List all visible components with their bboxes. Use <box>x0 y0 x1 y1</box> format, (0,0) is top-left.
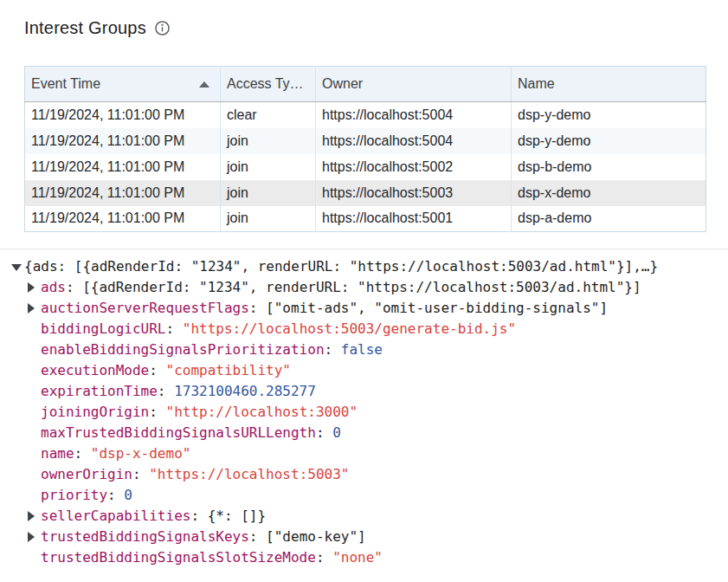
cell-access-type: join <box>221 206 316 232</box>
token-property: priority <box>41 487 107 503</box>
column-header-label: Access Ty… <box>227 76 304 91</box>
cell-event-time: 11/19/2024, 11:01:00 PM <box>25 102 221 128</box>
token-default: : ["omit-ads", "omit-user-bidding-signal… <box>249 300 608 316</box>
collapse-triangle-icon[interactable] <box>11 264 22 271</box>
tree-line[interactable]: priority: 0 <box>0 485 728 506</box>
table-row[interactable]: 11/19/2024, 11:01:00 PMclearhttps://loca… <box>25 102 706 128</box>
interest-groups-grid: Event TimeAccess Ty…OwnerName 11/19/2024… <box>24 66 705 232</box>
token-default: : <box>149 404 165 420</box>
table-header-row: Event TimeAccess Ty…OwnerName <box>25 67 706 102</box>
token-property: biddingLogicURL <box>41 320 166 337</box>
token-string: "http://localhost:3000" <box>166 404 358 420</box>
cell-owner: https://localhost:5004 <box>316 128 512 154</box>
expand-triangle-icon[interactable] <box>28 511 35 521</box>
token-string: "https://localhost:5003" <box>149 466 349 482</box>
token-string: "none" <box>332 549 383 566</box>
token-property: auctionServerRequestFlags <box>41 300 249 316</box>
column-header-label: Name <box>518 76 555 91</box>
cell-event-time: 11/19/2024, 11:01:00 PM <box>25 128 221 154</box>
token-default: {ads: [{adRenderId: "1234", renderURL: "… <box>24 258 658 275</box>
tree-line[interactable]: enableBiddingSignalsPrioritization: fals… <box>0 340 728 360</box>
token-number: 0 <box>124 487 132 503</box>
tree-line[interactable]: joiningOrigin: "http://localhost:3000" <box>0 402 728 423</box>
cell-name: dsp-y-demo <box>512 128 706 154</box>
column-header-label: Owner <box>322 76 363 91</box>
token-default: : <box>166 320 183 337</box>
cell-owner: https://localhost:5003 <box>316 180 512 206</box>
token-property: trustedBiddingSignalsKeys <box>41 528 249 545</box>
token-default: : <box>316 549 332 566</box>
token-property: name <box>41 445 74 462</box>
events-table: Event TimeAccess Ty…OwnerName 11/19/2024… <box>24 66 706 232</box>
expand-triangle-icon[interactable] <box>28 282 35 293</box>
cell-access-type: clear <box>221 102 316 128</box>
cell-owner: https://localhost:5004 <box>316 102 512 128</box>
column-header-event-time[interactable]: Event Time <box>25 67 221 102</box>
cell-access-type: join <box>221 154 316 180</box>
tree-line[interactable]: executionMode: "compatibility" <box>0 360 728 381</box>
column-header-name[interactable]: Name <box>512 67 706 102</box>
token-property: joiningOrigin <box>41 404 149 420</box>
tree-line[interactable]: expirationTime: 1732100460.285277 <box>0 381 728 402</box>
tree-line[interactable]: maxTrustedBiddingSignalsURLLength: 0 <box>0 423 728 443</box>
cell-access-type: join <box>221 128 316 154</box>
token-property: ownerOrigin <box>41 466 132 482</box>
cell-access-type: join <box>221 180 316 206</box>
token-property: maxTrustedBiddingSignalsURLLength <box>41 424 316 441</box>
column-header-access-type[interactable]: Access Ty… <box>221 67 316 102</box>
cell-name: dsp-a-demo <box>512 206 706 232</box>
tree-line[interactable]: trustedBiddingSignalsSlotSizeMode: "none… <box>0 547 728 568</box>
token-string: "https://localhost:5003/generate-bid.js" <box>183 320 516 337</box>
cell-event-time: 11/19/2024, 11:01:00 PM <box>25 206 221 232</box>
column-header-label: Event Time <box>31 76 100 91</box>
section-divider <box>0 249 728 249</box>
cell-owner: https://localhost:5002 <box>316 154 512 180</box>
tree-line[interactable]: biddingLogicURL: "https://localhost:5003… <box>0 319 728 340</box>
tree-line[interactable]: {ads: [{adRenderId: "1234", renderURL: "… <box>0 256 728 277</box>
cell-name: dsp-x-demo <box>512 180 706 206</box>
expand-triangle-icon[interactable] <box>28 532 35 542</box>
token-property: trustedBiddingSignalsSlotSizeMode <box>41 549 316 566</box>
token-string: "compatibility" <box>166 362 292 378</box>
tree-line[interactable]: ads: [{adRenderId: "1234", renderURL: "h… <box>0 277 728 298</box>
column-header-owner[interactable]: Owner <box>316 67 512 102</box>
table-body: 11/19/2024, 11:01:00 PMclearhttps://loca… <box>25 102 706 232</box>
token-default: : <box>325 341 341 358</box>
cell-name: dsp-b-demo <box>512 154 706 180</box>
expand-triangle-icon[interactable] <box>28 303 35 314</box>
token-property: enableBiddingSignalsPrioritization <box>41 341 325 358</box>
token-number: 0 <box>332 424 341 441</box>
tree-line[interactable]: trustedBiddingSignalsKeys: ["demo-key"] <box>0 527 728 547</box>
info-icon[interactable] <box>154 20 171 36</box>
tree-line[interactable]: name: "dsp-x-demo" <box>0 443 728 464</box>
sort-ascending-icon <box>199 81 209 87</box>
token-default: : <box>74 445 91 462</box>
cell-event-time: 11/19/2024, 11:01:00 PM <box>25 154 221 180</box>
token-default: : <box>132 466 149 482</box>
token-default: : <box>158 383 174 399</box>
token-number: false <box>341 341 383 358</box>
token-property: expirationTime <box>41 383 158 399</box>
table-row[interactable]: 11/19/2024, 11:01:00 PMjoinhttps://local… <box>25 154 706 180</box>
token-number: 1732100460.285277 <box>174 383 316 399</box>
token-property: ads <box>41 279 66 295</box>
token-default: : ["demo-key"] <box>249 528 366 545</box>
tree-line[interactable]: auctionServerRequestFlags: ["omit-ads", … <box>0 298 728 319</box>
table-row[interactable]: 11/19/2024, 11:01:00 PMjoinhttps://local… <box>25 206 706 232</box>
cell-event-time: 11/19/2024, 11:01:00 PM <box>25 180 221 206</box>
table-row[interactable]: 11/19/2024, 11:01:00 PMjoinhttps://local… <box>25 128 706 154</box>
tree-line[interactable]: ownerOrigin: "https://localhost:5003" <box>0 464 728 485</box>
token-default: : [{adRenderId: "1234", renderURL: "http… <box>66 279 641 295</box>
token-string: "dsp-x-demo" <box>91 445 191 462</box>
panel-header: Interest Groups <box>24 18 171 38</box>
cell-owner: https://localhost:5001 <box>316 206 512 232</box>
cell-name: dsp-y-demo <box>512 102 706 128</box>
json-tree: {ads: [{adRenderId: "1234", renderURL: "… <box>0 256 728 568</box>
token-default: : <box>149 362 165 378</box>
table-row[interactable]: 11/19/2024, 11:01:00 PMjoinhttps://local… <box>25 180 706 206</box>
page-title: Interest Groups <box>24 18 146 38</box>
token-property: executionMode <box>41 362 149 378</box>
token-default: : {*: []} <box>190 508 266 524</box>
tree-line[interactable]: sellerCapabilities: {*: []} <box>0 506 728 527</box>
token-default: : <box>316 424 332 441</box>
